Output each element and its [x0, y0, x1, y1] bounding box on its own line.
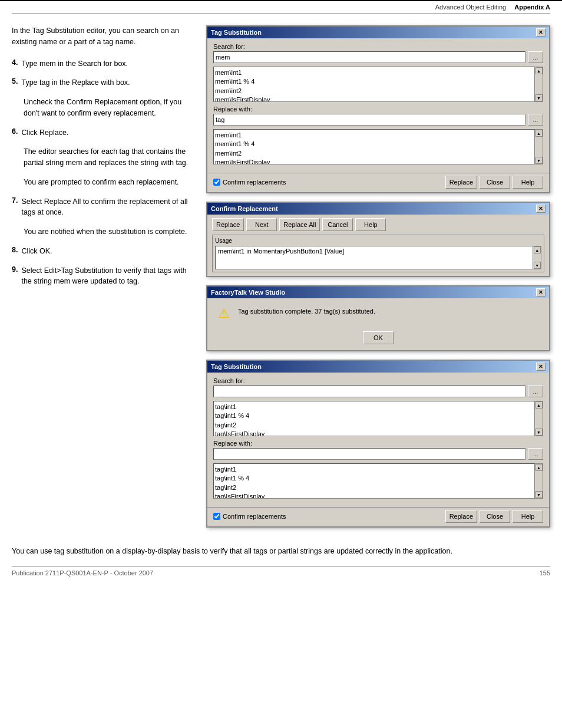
list-item[interactable]: mem\int1: [215, 68, 533, 77]
dialog4-replace-scrollbar[interactable]: ▲ ▼: [535, 463, 543, 499]
dialog1-title: Tag Substitution: [211, 29, 262, 36]
scroll-down-arrow[interactable]: ▼: [535, 94, 543, 101]
dialog1-confirm-checkbox[interactable]: [213, 179, 220, 186]
scroll-down-arrow[interactable]: ▼: [534, 262, 541, 269]
dialog2-usage-area-wrapper: mem\int1 in MomentaryPushButton1 [Value]…: [215, 246, 541, 269]
factorytalk-dialog: FactoryTalk View Studio ✕ ⚠ Tag substitu…: [206, 285, 550, 351]
dialog4-replace-browse[interactable]: ...: [528, 448, 543, 460]
list-item[interactable]: tag\int1 % 4: [215, 411, 533, 420]
step-5-text: Type tag in the Replace with box.: [21, 77, 130, 88]
dialog1-replace-list[interactable]: mem\int1 mem\int1 % 4 mem\int2 mem\IsFir…: [213, 129, 535, 164]
main-content: In the Tag Substitution editor, you can …: [0, 14, 562, 539]
dialog1-replace-list-wrapper: mem\int1 mem\int1 % 4 mem\int2 mem\IsFir…: [213, 129, 543, 164]
dialog2-usage-label: Usage: [215, 238, 541, 244]
dialog4-close-btn[interactable]: Close: [480, 510, 510, 523]
list-item[interactable]: mem\int1 % 4: [215, 77, 533, 86]
dialog1-close-btn[interactable]: Close: [480, 176, 510, 189]
list-item[interactable]: tag\IsFirstDisplay: [215, 492, 533, 499]
dialog1-replace-browse[interactable]: ...: [528, 114, 543, 126]
list-item[interactable]: tag\int1 % 4: [215, 474, 533, 483]
scroll-down-arrow[interactable]: ▼: [535, 491, 543, 498]
scroll-thumb: [535, 409, 543, 429]
scroll-up-arrow[interactable]: ▲: [535, 130, 543, 137]
list-item[interactable]: mem\int1: [215, 131, 533, 140]
dialog1-replace-scrollbar[interactable]: ▲ ▼: [535, 129, 543, 164]
dialog1-replace-btn[interactable]: Replace: [445, 176, 477, 189]
dialog2-replace-btn[interactable]: Replace: [212, 218, 244, 231]
dialog4-close-btn[interactable]: ✕: [536, 363, 546, 371]
step-6-text: Click Replace.: [21, 127, 68, 139]
list-item[interactable]: mem\int2: [215, 87, 533, 95]
list-item[interactable]: tag\int2: [215, 483, 533, 492]
dialog4-search-scrollbar[interactable]: ▲ ▼: [535, 401, 543, 436]
dialog1-replace-input[interactable]: [213, 114, 525, 126]
scroll-thumb: [535, 471, 543, 491]
dialog1-footer: Confirm replacements Replace Close Help: [207, 173, 549, 192]
dialog4-btn-row: Replace Close Help: [445, 510, 543, 523]
dialog4-search-list-wrapper: tag\int1 tag\int1 % 4 tag\int2 tag\IsFir…: [213, 401, 543, 436]
dialog1-search-list[interactable]: mem\int1 mem\int1 % 4 mem\int2 mem\IsFir…: [213, 67, 535, 102]
dialog4-body: Search for: ... tag\int1 tag\int1 % 4 ta…: [207, 373, 549, 507]
warning-icon: ⚠: [214, 304, 233, 323]
dialog2-title: Confirm Replacement: [211, 205, 278, 212]
list-item[interactable]: mem\int1 % 4: [215, 140, 533, 149]
dialog3-message: Tag substitution complete. 37 tag(s) sub…: [238, 304, 375, 317]
dialog4-search-input[interactable]: [213, 386, 525, 397]
left-column: In the Tag Substitution editor, you can …: [12, 25, 194, 528]
dialog4-replace-list[interactable]: tag\int1 tag\int1 % 4 tag\int2 tag\IsFir…: [213, 463, 535, 499]
list-item[interactable]: tag\int1: [215, 403, 533, 411]
dialog4-confirm-checkbox[interactable]: [213, 513, 220, 520]
dialog3-ok-btn[interactable]: OK: [363, 331, 394, 344]
dialog2-replace-all-btn[interactable]: Replace All: [279, 218, 320, 231]
dialog2-next-btn[interactable]: Next: [246, 218, 277, 231]
step-4: 4. Type mem in the Search for box.: [12, 58, 194, 70]
scroll-down-arrow[interactable]: ▼: [535, 429, 543, 436]
step-7: 7. Select Replace All to confirm the rep…: [12, 196, 194, 219]
dialog1-btn-row: Replace Close Help: [445, 176, 543, 189]
dialog1-help-btn[interactable]: Help: [513, 176, 543, 189]
list-item[interactable]: mem\IsFirstDisplay: [215, 158, 533, 164]
dialog1-search-label: Search for:: [213, 43, 543, 50]
dialog4-replace-row: ...: [213, 448, 543, 460]
dialog2-help-btn[interactable]: Help: [355, 218, 386, 231]
dialog2-usage-scrollbar[interactable]: ▲ ▼: [533, 246, 541, 269]
scroll-up-arrow[interactable]: ▲: [535, 67, 543, 74]
dialog3-body: ⚠ Tag substitution complete. 37 tag(s) s…: [207, 298, 549, 329]
scroll-up-arrow[interactable]: ▲: [535, 464, 543, 471]
dialog1-close-btn[interactable]: ✕: [536, 28, 546, 37]
scroll-up-arrow[interactable]: ▲: [535, 401, 543, 409]
dialog4-help-btn[interactable]: Help: [513, 510, 543, 523]
list-item[interactable]: tag\int1: [215, 465, 533, 474]
dialog1-search-scrollbar[interactable]: ▲ ▼: [535, 67, 543, 102]
dialog1-search-input[interactable]: [213, 51, 525, 63]
dialog1-search-row: ...: [213, 51, 543, 63]
scroll-down-arrow[interactable]: ▼: [535, 157, 543, 164]
footer-page-number: 155: [540, 569, 550, 577]
dialog2-controls: ✕: [536, 205, 546, 213]
dialog1-controls: ✕: [536, 28, 546, 37]
dialog1-replace-row: ...: [213, 114, 543, 126]
header-appendix: Appendix A: [514, 4, 550, 11]
dialog4-search-row: ...: [213, 386, 543, 397]
dialog4-replace-list-wrapper: tag\int1 tag\int1 % 4 tag\int2 tag\IsFir…: [213, 463, 543, 499]
list-item[interactable]: tag\int2: [215, 421, 533, 430]
dialog4-search-list[interactable]: tag\int1 tag\int1 % 4 tag\int2 tag\IsFir…: [213, 401, 535, 436]
dialog4-replace-input[interactable]: [213, 448, 525, 460]
list-item[interactable]: mem\int2: [215, 149, 533, 158]
scroll-up-arrow[interactable]: ▲: [534, 246, 541, 253]
dialog3-footer: OK: [207, 329, 549, 350]
list-item[interactable]: tag\IsFirstDisplay: [215, 430, 533, 436]
step-8-number: 8.: [12, 246, 18, 257]
dialog3-close-btn[interactable]: ✕: [536, 288, 546, 297]
dialog4-search-browse[interactable]: ...: [528, 386, 543, 397]
dialog1-search-browse[interactable]: ...: [528, 51, 543, 63]
dialog4-replace-btn[interactable]: Replace: [445, 510, 477, 523]
step-6-number: 6.: [12, 127, 18, 139]
list-item[interactable]: mem\IsFirstDisplay: [215, 95, 533, 102]
tag-substitution-dialog-2: Tag Substitution ✕ Search for: ... tag\i…: [206, 360, 550, 528]
confirm-replacement-dialog: Confirm Replacement ✕ Replace Next Repla…: [206, 202, 550, 277]
header-title: Advanced Object Editing: [435, 4, 506, 11]
dialog2-close-btn[interactable]: ✕: [536, 205, 546, 213]
dialog2-cancel-btn[interactable]: Cancel: [322, 218, 353, 231]
dialog2-usage-group: Usage mem\int1 in MomentaryPushButton1 […: [212, 235, 544, 272]
